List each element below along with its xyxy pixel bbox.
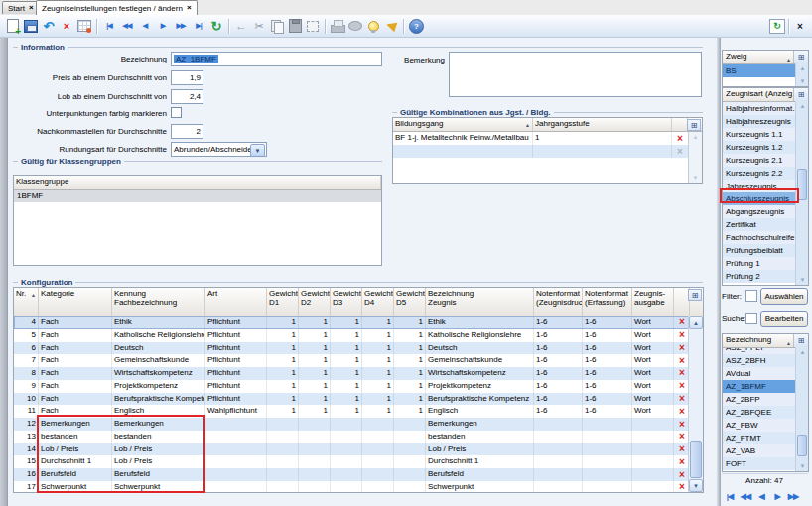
gewicht-d5-cell[interactable]: 1 (394, 367, 426, 380)
gewicht-d4-cell[interactable]: 1 (362, 405, 394, 418)
bildungsgang-cell[interactable]: BF 1-j. Metalltechnik Feinw./Metallbau (393, 132, 533, 145)
list-item[interactable]: Halbjahreszeugnis (723, 115, 796, 128)
kennung-cell[interactable]: Lob / Preis (112, 443, 205, 456)
table-row[interactable]: 10FachBerufspraktische KompetenzPflichtu… (14, 393, 703, 406)
list-item[interactable]: AZ_2BFP (723, 393, 796, 406)
column-header-bezeichnung[interactable]: BezeichnungZeugnis (426, 288, 534, 316)
bezeichnung-zeugnis-cell[interactable]: Ethik (426, 316, 534, 329)
notenformat-druck-cell[interactable]: 1-6 (534, 316, 583, 329)
gewicht-d3-cell[interactable]: 1 (331, 316, 362, 329)
kategorie-cell[interactable]: Fach (39, 342, 112, 355)
column-header-gewicht[interactable]: GewichtD1 (267, 288, 299, 316)
gewicht-d3-cell[interactable] (331, 418, 362, 431)
gewicht-d2-cell[interactable]: 1 (299, 354, 331, 367)
scroll-up-icon[interactable]: ▲ (796, 65, 809, 71)
scrollbar-thumb[interactable] (797, 169, 807, 200)
nav-prev-fast-icon[interactable]: ◀◀ (118, 17, 136, 35)
table-row[interactable]: 5FachKatholische ReligionslehrePflichtun… (14, 329, 703, 342)
table-row[interactable]: 9FachProjektkompetenzPflichtunt11111Proj… (14, 380, 703, 393)
bildungsgang-column-header[interactable]: Bildungsgang▲ (393, 118, 533, 131)
art-cell[interactable]: Pflichtunt (205, 329, 267, 342)
nr-cell[interactable]: 5 (14, 329, 39, 342)
delete-row-button[interactable]: × (672, 145, 688, 158)
kategorie-cell[interactable]: Berufsfeld (39, 468, 112, 481)
column-header-gewicht[interactable]: GewichtD4 (362, 288, 394, 316)
table-row[interactable]: 17SchwerpunktSchwerpunktSchwerpunkt× (14, 481, 703, 493)
column-header-gewicht[interactable]: GewichtD2 (299, 288, 331, 316)
notenformat-erfassung-cell[interactable]: 1-6 (583, 367, 632, 380)
list-item[interactable]: Kurszeugnis 1.1 (723, 128, 796, 141)
gewicht-d4-cell[interactable]: 1 (362, 393, 394, 406)
bezeichnung-zeugnis-cell[interactable]: Katholische Religionslehre (426, 329, 534, 342)
kennung-cell[interactable]: bestanden (112, 431, 205, 443)
zeugnisausgabe-cell[interactable] (632, 481, 674, 493)
suche-input[interactable] (745, 313, 757, 324)
gewicht-d5-cell[interactable] (394, 455, 426, 468)
notenformat-erfassung-cell[interactable]: 1-6 (583, 405, 632, 418)
gewicht-d3-cell[interactable]: 1 (331, 329, 362, 342)
gewicht-d4-cell[interactable]: 1 (362, 329, 394, 342)
art-cell[interactable] (205, 481, 267, 493)
gewicht-d2-cell[interactable]: 1 (299, 316, 331, 329)
tab-close-icon[interactable]: × (29, 4, 34, 12)
notenformat-erfassung-cell[interactable] (583, 431, 632, 443)
gewicht-d2-cell[interactable] (299, 481, 331, 493)
list-item[interactable]: AZ_1BFMF (723, 380, 796, 393)
notenformat-erfassung-cell[interactable] (583, 481, 632, 493)
zeugnisausgabe-cell[interactable]: Wort (632, 405, 674, 418)
nr-cell[interactable]: 12 (14, 418, 39, 431)
kategorie-cell[interactable]: Fach (39, 316, 112, 329)
nr-cell[interactable]: 4 (14, 316, 39, 329)
notenformat-erfassung-cell[interactable] (583, 455, 632, 468)
gewicht-d3-cell[interactable] (331, 481, 362, 493)
kategorie-cell[interactable]: bestanden (39, 431, 112, 443)
paste-icon[interactable] (286, 17, 304, 35)
list-item[interactable]: Prüfung 1 (723, 257, 796, 270)
auswaehlen-button[interactable]: Auswählen (760, 288, 808, 305)
list-item[interactable]: Zertifikat (723, 218, 796, 231)
list-item[interactable]: AZ_FBW (723, 419, 796, 432)
nr-cell[interactable]: 10 (14, 393, 39, 406)
table-row[interactable]: 6FachDeutschPflichtunt11111Deutsch1-61-6… (14, 342, 703, 355)
column-header-notenformat[interactable]: Notenformat(Erfassung) (583, 288, 632, 316)
kategorie-cell[interactable]: Fach (39, 329, 112, 342)
scroll-down-icon[interactable]: ▼ (796, 463, 809, 469)
copy-icon[interactable] (268, 17, 286, 35)
art-cell[interactable] (205, 455, 267, 468)
list-item[interactable]: AZ_FTMT (723, 432, 796, 444)
art-cell[interactable]: Wahlpflichtunt (205, 405, 267, 418)
art-cell[interactable]: Pflichtunt (205, 393, 267, 406)
rundungsart-dropdown[interactable]: Abrunden/Abschneiden ▼ (171, 142, 267, 157)
list-item[interactable]: ASZ_2BFH (723, 354, 796, 367)
zeugnisart-column-header[interactable]: Zeugnisart (Anzeig... (723, 88, 793, 101)
art-cell[interactable] (205, 431, 267, 443)
table-row[interactable]: 14Lob / PreisLob / PreisLob / Preis× (14, 443, 703, 456)
gewicht-d3-cell[interactable] (331, 468, 362, 481)
list-item[interactable]: AZ_2BFQEE (723, 406, 796, 419)
record-next-button[interactable]: ▶ (769, 489, 785, 503)
kennung-cell[interactable]: Berufspraktische Kompetenz (112, 393, 205, 406)
kennung-cell[interactable]: Katholische Religionslehre (112, 329, 205, 342)
list-item[interactable]: Fachhochschulreife (723, 231, 796, 244)
record-next-fast-button[interactable]: ▶▶ (785, 489, 801, 503)
list-item[interactable]: AZ_VAB (723, 444, 796, 457)
table-row[interactable]: 13bestandenbestandenbestanden× (14, 431, 703, 443)
nr-cell[interactable]: 6 (14, 342, 39, 355)
gewicht-d4-cell[interactable]: 1 (362, 342, 394, 355)
nav-next-fast-icon[interactable]: ▶▶ (172, 17, 190, 35)
bezeichnung-zeugnis-cell[interactable]: Wirtschaftskompetenz (426, 367, 534, 380)
gewicht-d4-cell[interactable]: 1 (362, 316, 394, 329)
nr-cell[interactable]: 7 (14, 354, 39, 367)
bildungsgang-cell[interactable] (393, 145, 533, 158)
zeugnisausgabe-cell[interactable]: Wort (632, 329, 674, 342)
bezeichnung-zeugnis-cell[interactable]: Gemeinschaftskunde (426, 354, 534, 367)
kategorie-cell[interactable]: Fach (39, 380, 112, 393)
bezeichnung-zeugnis-cell[interactable]: Lob / Preis (426, 443, 534, 456)
gewicht-d4-cell[interactable] (362, 431, 394, 443)
record-prev-fast-button[interactable]: ◀◀ (738, 489, 753, 503)
kennung-cell[interactable]: Projektkompetenz (112, 380, 205, 393)
art-cell[interactable]: Pflichtunt (205, 367, 267, 380)
art-cell[interactable]: Pflichtunt (205, 354, 267, 367)
column-header-kennung[interactable]: KennungFachbezeichnung (112, 288, 205, 316)
table-row[interactable]: 8FachWirtschaftskompetenzPflichtunt11111… (14, 367, 703, 380)
